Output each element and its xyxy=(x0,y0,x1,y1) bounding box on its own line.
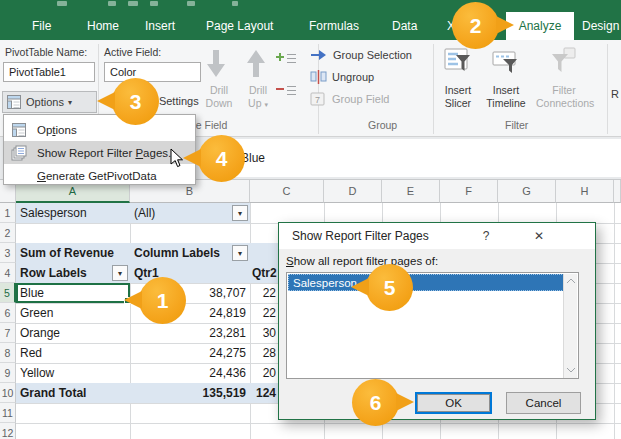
ok-button[interactable]: OK xyxy=(415,392,492,414)
cell-qtr2-value[interactable]: 20 xyxy=(226,363,276,383)
callout-4: 4 xyxy=(198,135,245,182)
row-header-2[interactable]: 2 xyxy=(0,223,16,243)
cell-a4[interactable]: Row Labels xyxy=(20,263,87,283)
insert-timeline-label: Insert xyxy=(487,84,525,96)
filter-fields-listbox[interactable]: Salesperson xyxy=(286,272,579,379)
column-header-partial[interactable] xyxy=(614,180,621,203)
cell-qtr2-value[interactable]: 30 xyxy=(226,323,276,343)
menu-item-options[interactable]: Options xyxy=(4,118,195,141)
cell-row-label[interactable]: Orange xyxy=(20,323,60,343)
scroll-up-icon[interactable] xyxy=(566,278,576,284)
row-header-7[interactable]: 7 xyxy=(0,323,16,343)
column-header-h[interactable]: H xyxy=(556,180,614,203)
group-selection-label: Group Selection xyxy=(333,49,412,61)
row-header-3[interactable]: 3 xyxy=(0,243,16,263)
callout-5: 5 xyxy=(366,264,413,311)
insert-timeline-button[interactable] xyxy=(491,46,519,76)
pivot-options-icon xyxy=(6,94,22,110)
column-header-c[interactable]: C xyxy=(250,180,324,203)
report-filter-dropdown-button[interactable]: ▾ xyxy=(232,205,248,221)
menu-item-show-report-filter-pages[interactable]: Show Report Filter Pages... xyxy=(4,141,195,164)
insert-slicer-label: Insert xyxy=(440,84,476,96)
collapse-field-icon[interactable] xyxy=(276,84,298,98)
group-field-label: Group Field xyxy=(332,93,389,105)
dialog-help-button[interactable]: ? xyxy=(474,227,498,245)
callout-number: 2 xyxy=(470,14,482,38)
row-header-12[interactable]: 12 xyxy=(0,423,16,439)
filter-connections-button[interactable] xyxy=(550,46,578,76)
tab-home[interactable]: Home xyxy=(87,12,119,40)
formula-bar-input[interactable]: Blue xyxy=(228,139,621,177)
cell-row-label[interactable]: Red xyxy=(20,343,42,363)
cell-qtr2-value[interactable]: 22 xyxy=(226,283,276,303)
cancel-button[interactable]: Cancel xyxy=(506,392,581,414)
tab-file[interactable]: File xyxy=(32,12,51,40)
selected-cell-border[interactable] xyxy=(16,283,130,303)
cell-b3[interactable]: Column Labels xyxy=(134,243,220,263)
cell-qtr2-value[interactable]: 22 xyxy=(226,303,276,323)
row-header-9[interactable]: 9 xyxy=(0,363,16,383)
drill-up-button[interactable] xyxy=(244,48,268,80)
cell-qtr2-value[interactable]: 28 xyxy=(226,343,276,363)
row-header-5[interactable]: 5 xyxy=(0,283,16,303)
row-header-11[interactable]: 11 xyxy=(0,403,16,423)
callout-tail xyxy=(97,92,115,110)
cell-row-label[interactable]: Yellow xyxy=(20,363,54,383)
cell-b1[interactable]: (All) xyxy=(134,203,155,223)
active-field-label: Active Field: xyxy=(104,46,161,58)
active-field-input[interactable]: Color xyxy=(104,62,201,82)
callout-tail xyxy=(351,278,369,296)
row-header-4[interactable]: 4 xyxy=(0,263,16,283)
insert-slicer-button[interactable] xyxy=(443,46,471,76)
cell-row-label[interactable]: Green xyxy=(20,303,53,323)
report-filter-pages-icon xyxy=(11,145,27,161)
mouse-cursor-icon xyxy=(170,148,184,169)
column-header-e[interactable]: E xyxy=(382,180,440,203)
column-labels-dropdown-button[interactable]: ▾ xyxy=(232,245,248,261)
pivottable-name-input[interactable]: PivotTable1 xyxy=(3,62,95,82)
column-header-f[interactable]: F xyxy=(440,180,498,203)
qat-icon[interactable] xyxy=(108,1,116,6)
row-header-8[interactable]: 8 xyxy=(0,343,16,363)
scroll-down-icon[interactable] xyxy=(566,367,576,373)
qat-icon[interactable] xyxy=(187,1,195,6)
drill-down-button[interactable] xyxy=(204,48,228,80)
cell-a1[interactable]: Salesperson xyxy=(20,203,87,223)
clipped-ribbon-button[interactable]: R xyxy=(611,88,619,100)
group-field-button[interactable]: 7 Group Field xyxy=(310,92,389,106)
expand-field-icon[interactable] xyxy=(276,52,298,66)
arrow-right-icon xyxy=(310,49,328,61)
group-selection-button[interactable]: Group Selection xyxy=(310,49,412,61)
listbox-item-salesperson[interactable]: Salesperson xyxy=(288,274,564,291)
cell-a3[interactable]: Sum of Revenue xyxy=(20,243,114,263)
qat-icon[interactable] xyxy=(57,1,67,6)
tab-design[interactable]: Design xyxy=(582,12,619,40)
excel-window: File Home Insert Page Layout Formulas Da… xyxy=(0,0,621,439)
row-header-10[interactable]: 10 xyxy=(0,383,16,403)
column-header-d[interactable]: D xyxy=(324,180,382,203)
dialog-close-icon[interactable]: ✕ xyxy=(527,227,551,245)
ungroup-button[interactable]: Ungroup xyxy=(310,70,374,84)
qat-icon[interactable] xyxy=(232,1,238,6)
tab-data[interactable]: Data xyxy=(392,12,417,40)
row-labels-dropdown-button[interactable]: ▾ xyxy=(112,265,128,281)
qat-icon[interactable] xyxy=(150,1,158,6)
tab-page-layout[interactable]: Page Layout xyxy=(206,12,273,40)
callout-2: 2 xyxy=(452,2,499,49)
cell-c4[interactable]: Qtr2 xyxy=(252,263,277,283)
cell-grand-total-label[interactable]: Grand Total xyxy=(20,383,86,403)
qat-icon[interactable] xyxy=(128,1,138,6)
callout-6: 6 xyxy=(352,379,399,426)
tab-insert[interactable]: Insert xyxy=(145,12,175,40)
listbox-scrollbar[interactable] xyxy=(563,274,577,378)
options-dropdown-button[interactable]: Options ▾ xyxy=(2,91,97,113)
menu-item-generate-getpivotdata[interactable]: Generate GetPivotData xyxy=(4,164,195,187)
tab-analyze[interactable]: Analyze xyxy=(506,12,574,40)
row-header-6[interactable]: 6 xyxy=(0,303,16,323)
column-header-g[interactable]: G xyxy=(498,180,556,203)
row-header-1[interactable]: 1 xyxy=(0,203,16,223)
callout-number: 3 xyxy=(130,90,142,114)
tab-formulas[interactable]: Formulas xyxy=(309,12,359,40)
show-report-filter-pages-dialog: Show Report Filter Pages ? ✕ Show all re… xyxy=(278,222,596,420)
cell-grand-total-qtr2[interactable]: 124 xyxy=(226,383,276,403)
